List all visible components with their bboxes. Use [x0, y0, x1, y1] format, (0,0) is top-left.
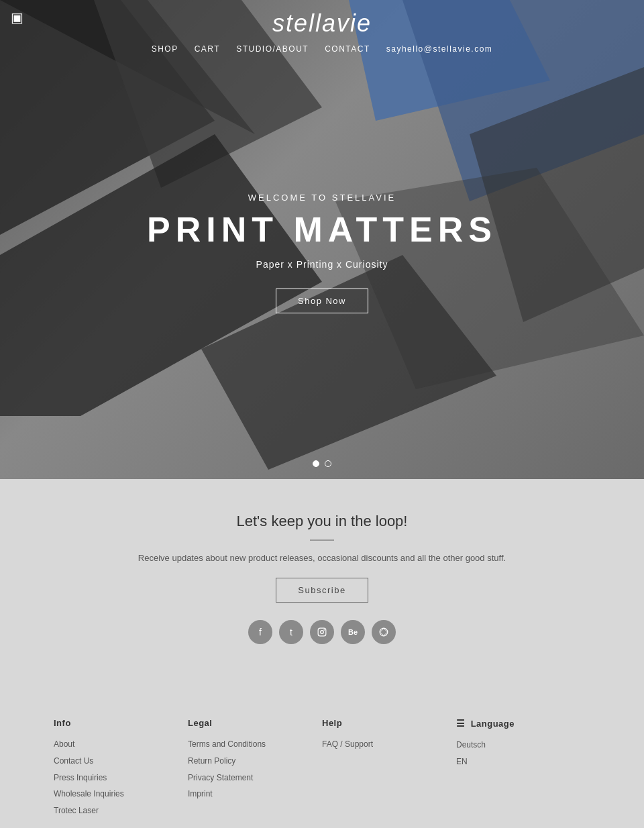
footer-en-link[interactable]: EN — [456, 756, 590, 768]
footer-wholesale-link[interactable]: Wholesale Inquiries — [54, 788, 188, 800]
footer-legal-col: Legal Terms and Conditions Return Policy… — [188, 718, 322, 822]
twitter-icon[interactable]: t — [279, 620, 303, 644]
site-logo[interactable]: stellavie — [272, 9, 372, 38]
footer-info-col: Info About Contact Us Press Inquiries Wh… — [54, 718, 188, 822]
footer-press-link[interactable]: Press Inquiries — [54, 772, 188, 784]
nav-studio[interactable]: STUDIO/ABOUT — [236, 44, 309, 54]
newsletter-description: Receive updates about new product releas… — [0, 553, 644, 563]
footer-privacy-link[interactable]: Privacy Statement — [188, 772, 322, 784]
nav-shop[interactable]: SHOP — [152, 44, 178, 54]
instagram-icon[interactable] — [310, 620, 334, 644]
carousel-dot-1[interactable] — [313, 460, 319, 467]
footer-imprint-link[interactable]: Imprint — [188, 788, 322, 800]
svg-point-12 — [380, 628, 388, 636]
subscribe-button[interactable]: Subscribe — [276, 578, 368, 603]
nav-cart[interactable]: CART — [195, 44, 220, 54]
svg-point-11 — [323, 629, 325, 631]
footer-faq-link[interactable]: FAQ / Support — [322, 739, 456, 750]
nav-email[interactable]: sayhello@stellavie.com — [386, 44, 493, 54]
chat-icon: ▣ — [11, 9, 23, 25]
facebook-icon[interactable]: f — [248, 620, 272, 644]
hero-welcome: WELCOME TO STELLAVIE — [147, 193, 497, 203]
shop-now-button[interactable]: Shop Now — [276, 289, 368, 313]
language-icon: ☰ — [456, 718, 466, 729]
footer-language-col: ☰ Language Deutsch EN — [456, 718, 590, 822]
newsletter-divider — [310, 539, 334, 541]
svg-point-10 — [321, 631, 324, 634]
hero-tagline: Paper x Printing x Curiosity — [147, 259, 497, 270]
nav-contact[interactable]: CONTACT — [325, 44, 370, 54]
main-nav: SHOP CART STUDIO/ABOUT CONTACT sayhello@… — [152, 44, 493, 54]
footer-trotec-link[interactable]: Trotec Laser — [54, 805, 188, 817]
footer-contact-link[interactable]: Contact Us — [54, 756, 188, 767]
svg-rect-9 — [318, 628, 326, 636]
footer-links: Info About Contact Us Press Inquiries Wh… — [0, 698, 644, 828]
footer-legal-title: Legal — [188, 718, 322, 728]
carousel-dots — [313, 460, 331, 467]
footer-terms-link[interactable]: Terms and Conditions — [188, 739, 322, 750]
footer-deutsch-link[interactable]: Deutsch — [456, 739, 590, 751]
hero-headline: PRINT MATTERS — [147, 209, 497, 250]
behance-icon[interactable]: Be — [341, 620, 365, 644]
newsletter-title: Let's keep you in the loop! — [0, 513, 644, 530]
footer-return-link[interactable]: Return Policy — [188, 756, 322, 767]
dribbble-icon[interactable] — [372, 620, 396, 644]
footer-language-title: ☰ Language — [456, 718, 590, 729]
footer-about-link[interactable]: About — [54, 739, 188, 750]
carousel-dot-2[interactable] — [325, 460, 331, 467]
footer-help-title: Help — [322, 718, 456, 728]
footer-help-col: Help FAQ / Support — [322, 718, 456, 822]
social-icons: f t Be — [0, 620, 644, 644]
footer-info-title: Info — [54, 718, 188, 728]
